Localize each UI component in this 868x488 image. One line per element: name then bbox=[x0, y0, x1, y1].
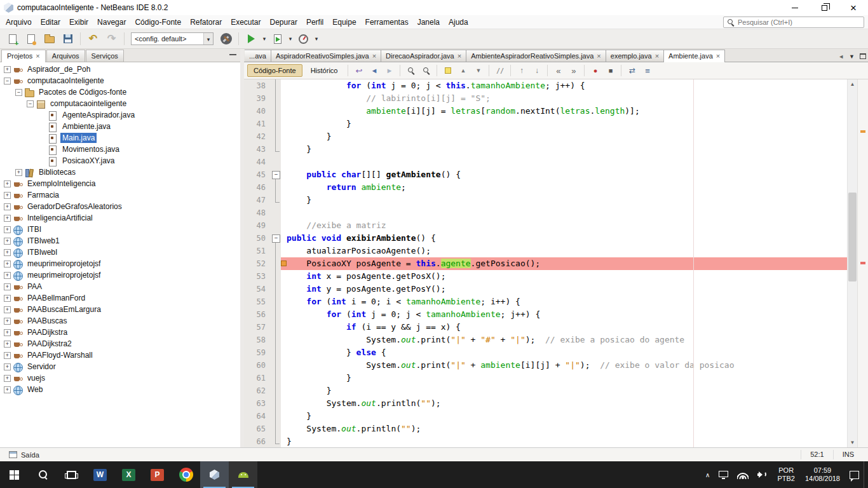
language-indicator[interactable]: POR PTB2 bbox=[772, 466, 800, 483]
find-icon[interactable] bbox=[404, 64, 417, 77]
shift-left-icon[interactable] bbox=[552, 64, 565, 77]
line-number[interactable]: 62 bbox=[244, 384, 271, 397]
next-occurrence-icon[interactable] bbox=[471, 64, 485, 77]
word-button[interactable]: W bbox=[86, 461, 114, 488]
code-line-59[interactable]: 59 } else { bbox=[244, 346, 847, 359]
line-number[interactable]: 58 bbox=[244, 334, 271, 346]
line-number[interactable]: 66 bbox=[244, 435, 271, 447]
line-number[interactable]: 65 bbox=[244, 423, 271, 435]
menu-janela[interactable]: Janela bbox=[413, 16, 444, 29]
expander-icon[interactable]: + bbox=[4, 329, 11, 336]
expander-icon[interactable]: + bbox=[4, 238, 11, 245]
menu-arquivo[interactable]: Arquivo bbox=[1, 16, 36, 29]
tree-item-main-java[interactable]: Main.java bbox=[0, 132, 240, 144]
menu-depurar[interactable]: Depurar bbox=[266, 16, 302, 29]
line-number[interactable]: 38 bbox=[244, 79, 271, 92]
line-number[interactable]: 44 bbox=[244, 156, 271, 168]
redo-button[interactable]: ↷ bbox=[103, 30, 120, 47]
expander-icon[interactable]: + bbox=[4, 386, 11, 393]
stop-macro-icon[interactable] bbox=[604, 64, 617, 77]
code-line-63[interactable]: 63 System.out.println(""); bbox=[244, 397, 847, 410]
forward-icon[interactable] bbox=[383, 64, 396, 77]
code-line-45[interactable]: 45 public char[][] getAmbiente() { bbox=[244, 168, 847, 181]
tree-item-agenteaspirador-java[interactable]: AgenteAspirador.java bbox=[0, 109, 240, 121]
tree-item-itbi[interactable]: +ITBI bbox=[0, 224, 240, 235]
undo-button[interactable]: ↶ bbox=[85, 30, 102, 47]
close-button[interactable] bbox=[839, 0, 868, 15]
format-code-icon[interactable] bbox=[641, 64, 654, 77]
menu-navegar[interactable]: Navegar bbox=[93, 16, 130, 29]
scroll-up-button[interactable]: ▲ bbox=[848, 79, 857, 89]
editor-tab-direcaoaspirador-java[interactable]: DirecaoAspirador.java× bbox=[381, 50, 466, 62]
record-macro-icon[interactable] bbox=[588, 64, 602, 77]
error-stripe[interactable] bbox=[857, 79, 868, 447]
expander-icon[interactable]: + bbox=[4, 363, 11, 370]
editor-tab-ambiente-java[interactable]: Ambiente.java× bbox=[663, 50, 725, 62]
line-number[interactable]: 41 bbox=[244, 118, 271, 130]
expander-icon[interactable]: + bbox=[4, 180, 11, 187]
hidden-icons-button[interactable] bbox=[701, 461, 714, 488]
code-line-50[interactable]: 50public void exibirAmbiente() { bbox=[244, 232, 847, 245]
search-box[interactable] bbox=[723, 17, 864, 28]
toggle-highlight-icon[interactable] bbox=[441, 64, 454, 77]
code-line-60[interactable]: 60 System.out.print("|" + ambiente[i][j]… bbox=[244, 359, 847, 372]
code-line-52[interactable]: 52 PosicaoXY posAgente = this.agente.get… bbox=[244, 257, 847, 270]
tree-item-farmacia[interactable]: +Farmacia bbox=[0, 189, 240, 201]
output-tab[interactable]: Saída bbox=[5, 450, 43, 460]
code-line-42[interactable]: 42 } bbox=[244, 130, 847, 143]
editor-scrollbar[interactable]: ▲ ▼ bbox=[847, 79, 857, 447]
minimize-panel-button[interactable] bbox=[229, 53, 236, 55]
last-edit-icon[interactable] bbox=[352, 64, 365, 77]
code-line-56[interactable]: 56 for (int j = 0; j < tamanhoAmbiente; … bbox=[244, 308, 847, 321]
expander-icon[interactable]: + bbox=[4, 226, 11, 233]
line-number[interactable]: 53 bbox=[244, 270, 271, 283]
menu-editar[interactable]: Editar bbox=[36, 16, 65, 29]
expander-icon[interactable]: − bbox=[15, 89, 22, 96]
tree-item-inteligenciaartificial[interactable]: +InteligenciaArtificial bbox=[0, 212, 240, 224]
code-line-47[interactable]: 47 } bbox=[244, 194, 847, 207]
run-options-button[interactable] bbox=[261, 36, 268, 42]
config-select[interactable]: <config. default> bbox=[131, 32, 214, 45]
code-line-62[interactable]: 62 } bbox=[244, 384, 847, 397]
tree-item-paabuscas[interactable]: +PAABuscas bbox=[0, 315, 240, 327]
menu-executar[interactable]: Executar bbox=[226, 16, 265, 29]
expander-icon[interactable]: + bbox=[4, 283, 11, 290]
line-number[interactable]: 49 bbox=[244, 219, 271, 232]
maximize-editor-button[interactable] bbox=[860, 53, 866, 59]
netbeans-taskbar-button[interactable] bbox=[200, 461, 229, 488]
show-desktop-button[interactable] bbox=[864, 461, 867, 488]
tree-item-meuprimeiroprojetojsf[interactable]: +meuprimeiroprojetojsf bbox=[0, 258, 240, 269]
history-view-button[interactable]: Histórico bbox=[304, 64, 344, 77]
tree-item-paadijkstra[interactable]: +PAADijkstra bbox=[0, 327, 240, 338]
toggle-comment-icon[interactable] bbox=[493, 64, 506, 77]
line-number[interactable]: 39 bbox=[244, 92, 271, 105]
menu-perfil[interactable]: Perfil bbox=[302, 16, 328, 29]
editor-tab-ambienteaspiradorreativosimples-java[interactable]: AmbienteAspiradorReativoSimples.java× bbox=[466, 50, 606, 62]
code-editor[interactable]: 38 for (int j = 0; j < this.tamanhoAmbie… bbox=[244, 79, 847, 447]
expander-icon[interactable]: + bbox=[4, 261, 11, 268]
new-file-button[interactable] bbox=[4, 30, 21, 47]
code-line-64[interactable]: 64 } bbox=[244, 410, 847, 423]
chrome-button[interactable] bbox=[172, 461, 200, 488]
line-number[interactable]: 55 bbox=[244, 295, 271, 308]
menu-ajuda[interactable]: Ajuda bbox=[444, 16, 473, 29]
code-line-49[interactable]: 49 //exibe a matriz bbox=[244, 219, 847, 232]
close-icon[interactable]: × bbox=[655, 53, 659, 60]
expander-icon[interactable]: + bbox=[4, 375, 11, 382]
code-line-54[interactable]: 54 int y = posAgente.getPosY(); bbox=[244, 283, 847, 295]
line-number[interactable]: 59 bbox=[244, 346, 271, 359]
expander-icon[interactable]: + bbox=[4, 249, 11, 256]
tree-item-paafloyd-warshall[interactable]: +PAAFloyd-Warshall bbox=[0, 349, 240, 361]
code-line-61[interactable]: 61 } bbox=[244, 372, 847, 384]
line-number[interactable]: 52 bbox=[244, 257, 271, 270]
find-selection-icon[interactable] bbox=[419, 64, 433, 77]
expander-icon[interactable]: + bbox=[4, 295, 11, 302]
breakpoint-icon[interactable] bbox=[281, 261, 287, 266]
code-line-53[interactable]: 53 int x = posAgente.getPosX(); bbox=[244, 270, 847, 283]
tab-list-button[interactable] bbox=[849, 51, 855, 60]
tree-item-pacotes-de-c-digos-fonte[interactable]: −Pacotes de Códigos-fonte bbox=[0, 86, 240, 98]
expander-icon[interactable]: + bbox=[4, 352, 11, 359]
close-icon[interactable]: × bbox=[458, 53, 461, 60]
line-number[interactable]: 46 bbox=[244, 181, 271, 194]
minimize-button[interactable] bbox=[780, 0, 810, 15]
